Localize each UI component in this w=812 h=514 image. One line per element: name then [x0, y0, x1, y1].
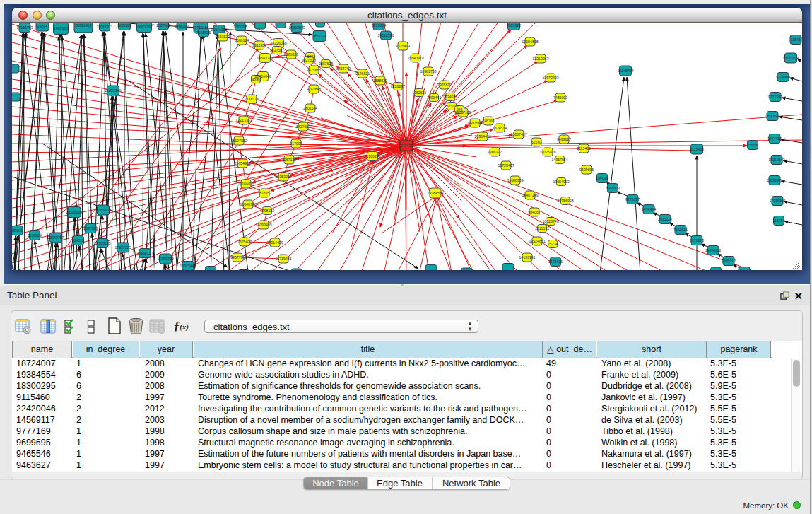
svg-text:1990443: 1990443: [427, 95, 441, 100]
svg-text:19654923: 19654923: [553, 180, 569, 184]
svg-text:16107552: 16107552: [230, 139, 247, 143]
svg-text:6497568: 6497568: [468, 121, 482, 125]
svg-text:9474444: 9474444: [642, 207, 656, 211]
svg-text:16782759: 16782759: [157, 257, 173, 261]
svg-text:8220237: 8220237: [391, 84, 405, 88]
svg-text:31053371: 31053371: [96, 25, 112, 29]
svg-text:16046786: 16046786: [240, 202, 256, 206]
svg-text:12923448: 12923448: [180, 264, 196, 268]
svg-text:16120746: 16120746: [542, 219, 558, 223]
svg-text:21053346: 21053346: [105, 88, 121, 93]
svg-text:172401: 172401: [400, 144, 412, 148]
svg-text:15640910: 15640910: [407, 56, 423, 60]
svg-text:9397585: 9397585: [83, 226, 98, 230]
svg-text:3215955: 3215955: [690, 147, 704, 151]
svg-text:10543392: 10543392: [257, 56, 273, 60]
svg-text:9699695: 9699695: [579, 168, 594, 172]
svg-text:8813054: 8813054: [372, 23, 386, 28]
svg-text:1244415: 1244415: [767, 136, 782, 141]
svg-text:1905572: 1905572: [54, 26, 68, 30]
svg-text:3912954: 3912954: [252, 43, 266, 47]
svg-text:10958127: 10958127: [136, 251, 153, 255]
svg-text:10973493: 10973493: [542, 76, 558, 80]
svg-text:10719155: 10719155: [192, 25, 208, 30]
svg-text:20206556: 20206556: [66, 210, 82, 214]
svg-text:16210643: 16210643: [768, 158, 784, 162]
svg-text:15892971: 15892971: [766, 178, 782, 182]
svg-text:11548: 11548: [791, 37, 801, 42]
svg-text:8186328: 8186328: [284, 52, 298, 57]
svg-text:8427552: 8427552: [296, 124, 310, 129]
svg-text:2687682: 2687682: [507, 23, 521, 28]
svg-text:1624514: 1624514: [493, 126, 507, 130]
svg-text:16961758: 16961758: [420, 69, 436, 74]
svg-text:19654952: 19654952: [234, 161, 250, 165]
svg-text:6466160: 6466160: [175, 24, 189, 28]
svg-text:7663822: 7663822: [216, 35, 230, 39]
svg-text:9146821: 9146821: [355, 71, 370, 76]
svg-text:12093872: 12093872: [764, 114, 780, 118]
svg-text:7386322: 7386322: [488, 150, 502, 154]
svg-text:12213967: 12213967: [532, 57, 548, 61]
svg-text:2803144: 2803144: [303, 106, 317, 110]
svg-text:14957564: 14957564: [551, 158, 567, 162]
svg-text:117006: 117006: [290, 141, 302, 146]
svg-text:18407249: 18407249: [522, 193, 538, 197]
svg-text:2718176: 2718176: [245, 97, 259, 101]
svg-text:9245012: 9245012: [722, 259, 736, 263]
svg-text:7632621: 7632621: [673, 228, 688, 232]
svg-text:16148784: 16148784: [617, 69, 633, 73]
svg-text:9115460: 9115460: [577, 146, 591, 151]
svg-text:7857224: 7857224: [312, 34, 326, 38]
svg-text:19166825: 19166825: [237, 182, 254, 186]
svg-text:2935114: 2935114: [658, 217, 672, 221]
svg-text:1615132: 1615132: [535, 226, 549, 230]
svg-text:746266: 746266: [482, 119, 494, 123]
svg-text:25224: 25224: [548, 242, 558, 246]
svg-text:10025438: 10025438: [539, 150, 555, 154]
svg-text:245: 245: [457, 107, 463, 112]
svg-text:9327508: 9327508: [302, 58, 316, 62]
svg-text:20894: 20894: [37, 24, 48, 28]
svg-text:1588520: 1588520: [373, 78, 387, 83]
svg-text:16053809: 16053809: [288, 25, 305, 30]
svg-text:7515525: 7515525: [196, 30, 211, 35]
svg-text:17010504: 17010504: [769, 199, 785, 203]
svg-text:17957225: 17957225: [114, 245, 131, 250]
svg-text:19218596: 19218596: [377, 33, 394, 37]
svg-text:9734028: 9734028: [443, 95, 457, 99]
svg-text:13524851: 13524851: [529, 239, 545, 243]
svg-text:3267130: 3267130: [282, 158, 296, 162]
svg-text:14055753: 14055753: [16, 25, 33, 30]
svg-text:15716485: 15716485: [275, 257, 291, 261]
svg-text:9457771: 9457771: [230, 255, 245, 259]
svg-text:116753: 116753: [773, 218, 785, 223]
svg-text:15958: 15958: [748, 143, 758, 147]
svg-text:9329966: 9329966: [776, 75, 790, 79]
svg-text:19756928: 19756928: [557, 199, 573, 203]
svg-text:1325419: 1325419: [396, 44, 410, 48]
svg-text:15751074: 15751074: [782, 56, 799, 60]
svg-text:2867608: 2867608: [319, 62, 333, 66]
svg-text:984067: 984067: [528, 210, 540, 214]
svg-text:10671355: 10671355: [211, 28, 227, 32]
svg-text:1498222: 1498222: [260, 209, 274, 213]
svg-text:6879197: 6879197: [625, 197, 640, 201]
svg-text:10807487: 10807487: [510, 132, 526, 136]
svg-text:1362615: 1362615: [412, 90, 426, 95]
svg-text:10154808: 10154808: [522, 40, 538, 44]
svg-text:10653267: 10653267: [136, 25, 152, 29]
svg-text:23226058: 23226058: [270, 41, 286, 45]
svg-text:5958923: 5958923: [606, 186, 620, 190]
svg-text:12942757: 12942757: [47, 235, 64, 240]
svg-text:1527602: 1527602: [156, 23, 170, 28]
svg-text:7625402: 7625402: [237, 240, 252, 244]
svg-text:935001: 935001: [12, 228, 23, 233]
svg-text:7485003: 7485003: [553, 95, 567, 100]
svg-text:20364436: 20364436: [474, 134, 490, 139]
svg-text:164095: 164095: [596, 176, 608, 180]
svg-text:14914409: 14914409: [266, 240, 283, 245]
svg-text:15353994: 15353994: [275, 175, 291, 179]
svg-text:20691406: 20691406: [75, 23, 91, 28]
svg-text:8454749: 8454749: [336, 66, 351, 71]
